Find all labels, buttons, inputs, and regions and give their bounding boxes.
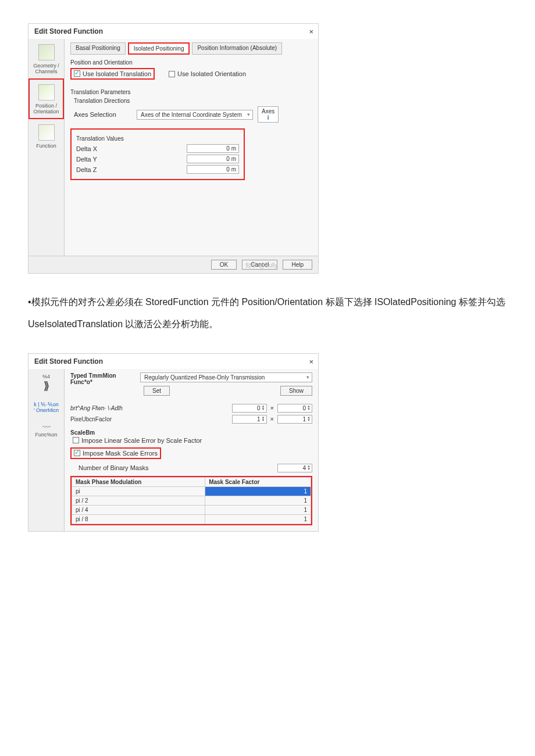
use-isolated-orientation-label: Use Isolated Orientation <box>177 70 246 77</box>
delta-x-input[interactable]: 0 m <box>187 144 239 153</box>
delta-y-input[interactable]: 0 m <box>187 155 239 163</box>
edit-stored-function-dialog-1: Edit Stored Function × Geometry / Channe… <box>28 23 319 274</box>
axes-button[interactable]: Axes i <box>258 106 279 123</box>
num-binary-masks-input[interactable]: 4▲▼ <box>277 464 312 472</box>
val-b2[interactable]: 1▲▼ <box>277 415 312 424</box>
side-tab-geometry[interactable]: Geometry / Channels <box>28 39 64 78</box>
spinner-icon: ▲▼ <box>307 465 311 471</box>
translation-parameters-label: Translation Parameters <box>70 89 312 95</box>
info-icon: i <box>268 114 269 121</box>
function-icon <box>38 124 55 141</box>
th-phase: Mask Phase Modulation <box>72 477 205 486</box>
show-button[interactable]: Show <box>280 386 312 396</box>
axes-selection-dropdown[interactable]: Axes of the Internal Coordinate System <box>137 110 253 120</box>
close-icon-2[interactable]: × <box>309 357 313 366</box>
dialog-title-2: Edit Stored Function <box>28 354 318 369</box>
th-scale: Mask Scale Factor <box>205 477 311 486</box>
delta-z-input[interactable]: 0 m <box>187 165 239 174</box>
val-a1[interactable]: 0▲▼ <box>232 404 267 413</box>
spinner-icon: ▲▼ <box>307 416 311 422</box>
table-row[interactable]: pi / 8 1 <box>72 514 311 524</box>
tab-basal[interactable]: Basal Positioning <box>70 42 126 55</box>
delta-x-label: Delta X <box>76 145 97 152</box>
side-tabs: Geometry / Channels Position / Orientati… <box>28 39 65 256</box>
translation-values-highlight: Translation Values Delta X 0 m Delta Y 0… <box>70 128 245 180</box>
side-tab2-2[interactable]: k | ⅟₆·⅟₆on ' OnerMicn <box>28 397 64 418</box>
spinner-icon: ▲▼ <box>262 416 265 422</box>
bragg-angle-label: brt^Ang Ffwn· \·Adlh <box>70 405 146 411</box>
use-isolated-translation-highlight: Use Isolated Translation <box>70 68 155 80</box>
mask-scale-errors-highlight: Impose Mask Scale Errors <box>70 447 161 459</box>
close-icon[interactable]: × <box>309 27 313 36</box>
use-isolated-translation-label: Use Isolated Translation <box>83 70 151 77</box>
geometry-icon <box>38 44 55 60</box>
side-tabs-2: %4 ⟫ k | ⅟₆·⅟₆on ' OnerMicn 〰 Func%on <box>28 369 65 531</box>
tab-isolated[interactable]: Isolated Positioning <box>128 42 190 55</box>
side-tab-position[interactable]: Position / Orientation <box>28 78 64 119</box>
ok-button[interactable]: OK <box>211 260 237 270</box>
table-row[interactable]: pi 1 <box>72 486 311 496</box>
side-tab2-1[interactable]: %4 ⟫ <box>28 369 64 397</box>
val-b1[interactable]: 1▲▼ <box>232 415 267 424</box>
table-row[interactable]: pi / 4 1 <box>72 505 311 514</box>
side-tab2-function[interactable]: 〰 Func%on <box>28 418 64 442</box>
delta-y-label: Delta Y <box>76 156 97 163</box>
watermark: 知乎 @Sully <box>245 261 277 270</box>
table-row[interactable]: pi / 2 1 <box>72 496 311 505</box>
use-isolated-orientation-checkbox[interactable] <box>169 71 175 77</box>
dialog-title: Edit Stored Function <box>28 24 318 39</box>
help-button[interactable]: Help <box>283 260 312 270</box>
group-position-orientation: Position and Orientation <box>70 59 312 66</box>
use-isolated-translation-checkbox[interactable] <box>74 70 80 77</box>
num-binary-masks-label: Number of Binary Masks <box>79 464 148 471</box>
transmission-type-dropdown[interactable]: Regularly Quantized Phase-Only Transmiss… <box>140 372 312 382</box>
translation-directions-label: Translation Directions <box>74 98 312 104</box>
mask-scale-errors-checkbox[interactable] <box>74 450 80 456</box>
set-button[interactable]: Set <box>144 386 170 396</box>
translation-values-label: Translation Values <box>76 135 239 142</box>
side-tab-function[interactable]: Function <box>28 119 64 153</box>
axes-selection-label: Axes Selection <box>74 111 132 118</box>
spinner-icon: ▲▼ <box>307 405 311 411</box>
description-text: •模拟元件的对齐公差必须在 StoredFunction 元件的 Positio… <box>28 291 507 336</box>
mask-table: Mask Phase Modulation Mask Scale Factor … <box>72 477 311 524</box>
scale-label: ScaleBm <box>70 429 312 436</box>
position-icon <box>38 84 55 101</box>
tab-position-info[interactable]: Position Information (Absolute) <box>192 42 282 55</box>
times-label-1: × <box>270 404 274 411</box>
delta-z-label: Delta Z <box>76 166 97 173</box>
val-a2[interactable]: 0▲▼ <box>277 404 312 413</box>
mask-scale-errors-label: Impose Mask Scale Errors <box>83 450 158 457</box>
edit-stored-function-dialog-2: Edit Stored Function × %4 ⟫ k | ⅟₆·⅟₆on … <box>28 353 319 532</box>
linear-scale-error-label: Impose Linear Scale Error by Scale Facto… <box>81 437 202 444</box>
spinner-icon: ▲▼ <box>262 405 265 411</box>
mask-table-highlight: Mask Phase Modulation Mask Scale Factor … <box>70 476 312 525</box>
pixel-factor-label: PixeUbcnFacIor <box>70 416 146 422</box>
linear-scale-error-checkbox[interactable] <box>73 437 79 443</box>
wave-icon: 〰 <box>30 422 63 432</box>
typed-transmission-label: Typed TmmMion Func*o* <box>70 372 134 396</box>
times-label-2: × <box>270 415 274 422</box>
